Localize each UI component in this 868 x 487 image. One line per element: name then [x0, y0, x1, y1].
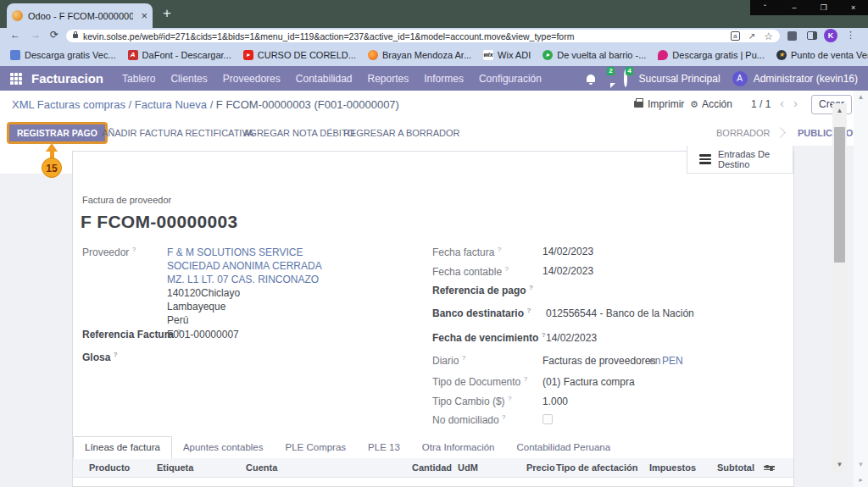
tipo-cambio-value[interactable]: 1.000 — [542, 396, 568, 407]
window-maximize-icon[interactable]: ❐ — [810, 0, 839, 15]
breadcrumb-xml-facturas[interactable]: XML Facturas compras — [12, 98, 125, 111]
scroll-up-icon[interactable]: ▲ — [832, 107, 847, 114]
journal-entries-icon — [699, 152, 711, 166]
new-tab-button[interactable]: + — [163, 6, 171, 20]
company-switcher[interactable]: Sucursal Principal — [639, 73, 721, 85]
document-type-label: Factura de proveedor — [82, 195, 171, 205]
col-producto[interactable]: Producto — [89, 462, 130, 473]
col-impuestos[interactable]: Impuestos — [649, 462, 696, 473]
col-cuenta[interactable]: Cuenta — [246, 462, 277, 473]
window-menu-icon[interactable]: ˇ — [750, 0, 780, 15]
add-credit-note-button[interactable]: AÑADIR FACTURA RECTIFICATIVA — [102, 128, 253, 138]
destination-entries-button[interactable]: Entradas De Destino — [687, 146, 793, 174]
gear-icon: ⚙ — [690, 99, 698, 110]
address-bar[interactable]: kevin.solse.pe/web#id=271&cids=1&bids=1&… — [66, 30, 780, 42]
bookmarks-bar: Descarga gratis Vec... A DaFont - Descar… — [0, 44, 868, 66]
chrome-menu-icon[interactable]: ⋮ — [846, 30, 855, 41]
window-minimize-icon[interactable]: – — [780, 0, 810, 15]
reload-icon[interactable]: ⟳ — [50, 30, 58, 40]
user-avatar[interactable]: A — [732, 71, 748, 86]
scroll-right-icon[interactable]: ▸ — [854, 476, 868, 484]
tab-close-icon[interactable]: × — [141, 10, 147, 21]
partner-field[interactable]: F & M SOLUTIONS SERVICE SOCIEDAD ANONIMA… — [167, 246, 322, 327]
currency-link[interactable]: PEN — [662, 355, 683, 367]
back-to-draft-button[interactable]: REGRESAR A BORRADOR — [343, 128, 460, 138]
tab-otra-informacion[interactable]: Otra Información — [411, 437, 506, 458]
col-cantidad[interactable]: Cantidad — [412, 462, 452, 473]
tipo-documento-value[interactable]: (01) Factura compra — [542, 376, 635, 388]
diario-value[interactable]: Facturas de proveedores — [542, 355, 655, 367]
menu-proveedores[interactable]: Proveedores — [223, 73, 281, 85]
bookmark-item[interactable]: Descarga gratis | Pu... — [658, 50, 765, 60]
browser-tab[interactable]: Odoo - F FCOM-00000003 (F001 × — [7, 3, 153, 28]
tab-apuntes-contables[interactable]: Apuntes contables — [172, 437, 275, 458]
add-debit-note-button[interactable]: AGREGAR NOTA DÉBITO — [243, 128, 354, 138]
col-etiqueta[interactable]: Etiqueta — [157, 462, 193, 473]
fecha-vencimiento-value[interactable]: 14/02/2023 — [546, 332, 597, 344]
pager-next-icon[interactable]: › — [793, 97, 798, 109]
tab-ple-13[interactable]: PLE 13 — [357, 437, 411, 458]
chrome-profile-avatar[interactable]: K — [824, 29, 837, 42]
breadcrumb-factura-nueva[interactable]: Factura Nueva — [135, 98, 207, 111]
forward-icon[interactable]: → — [31, 30, 41, 40]
fecha-factura-label: Fecha factura ? — [432, 246, 501, 258]
screen: Odoo - F FCOM-00000003 (F001 × + ˇ – ❐ ×… — [0, 0, 868, 487]
register-payment-button[interactable]: REGISTRAR PAGO — [9, 125, 105, 141]
bookmark-item[interactable]: Brayan Mendoza Ar... — [368, 50, 471, 60]
tipo-documento-label: Tipo de Documento ? — [432, 375, 527, 388]
bookmark-item[interactable]: ▸ CURSO DE CORELD... — [243, 50, 356, 60]
menu-tablero[interactable]: Tablero — [122, 73, 155, 85]
bookmark-item[interactable]: wix Wix ADI — [483, 50, 531, 60]
pager-prev-icon[interactable]: ‹ — [780, 97, 784, 109]
lock-icon — [73, 34, 78, 38]
notifications-bell-icon[interactable] — [587, 75, 595, 82]
state-borrador[interactable]: BORRADOR — [716, 128, 771, 138]
bookmark-item[interactable]: A DaFont - Descargar... — [128, 50, 231, 60]
optional-columns-icon[interactable] — [764, 464, 775, 472]
fecha-factura-value[interactable]: 14/02/2023 — [542, 246, 593, 257]
col-tipo-afectacion[interactable]: Tipo de afectación — [556, 462, 637, 473]
activities-button[interactable]: 4 — [624, 71, 639, 86]
app-name[interactable]: Facturacion — [31, 71, 103, 86]
tab-contabilidad-peruana[interactable]: Contabilidad Peruana — [505, 437, 621, 458]
share-icon[interactable]: ↗ — [748, 32, 755, 41]
referencia-factura-value[interactable]: F001-00000007 — [167, 329, 239, 340]
no-domiciliado-checkbox[interactable] — [542, 414, 553, 424]
col-precio[interactable]: Precio — [526, 462, 555, 473]
menu-contabilidad[interactable]: Contabilidad — [296, 73, 353, 85]
user-menu[interactable]: Administrator (kevin16) — [754, 73, 858, 85]
print-button[interactable]: Imprimir — [634, 98, 684, 110]
scrollbar-thumb[interactable] — [834, 127, 845, 263]
menu-configuracion[interactable]: Configuración — [479, 73, 542, 85]
banco-destinatario-label: Banco destinatario ? — [432, 307, 531, 319]
firefox-icon — [368, 50, 378, 60]
extensions-icon[interactable] — [787, 31, 797, 41]
back-icon[interactable]: ← — [10, 30, 20, 40]
scroll-up-icon[interactable]: ▲ — [854, 93, 868, 101]
bookmark-item[interactable]: Descarga gratis Vec... — [10, 50, 116, 60]
menu-reportes[interactable]: Reportes — [368, 73, 409, 85]
bookmark-item[interactable]: ▸ De vuelta al barrio -... — [542, 50, 646, 60]
tab-lineas-factura[interactable]: Líneas de factura — [73, 436, 172, 459]
menu-clientes[interactable]: Clientes — [170, 73, 207, 85]
browser-scrollbar[interactable]: ▲ ▼ ▸ — [854, 91, 868, 487]
col-subtotal[interactable]: Subtotal — [717, 462, 754, 473]
messages-button[interactable]: 2 — [609, 71, 624, 86]
tab-ple-compras[interactable]: PLE Compras — [275, 437, 358, 458]
fecha-contable-value[interactable]: 14/02/2023 — [542, 265, 593, 277]
activities-badge: 4 — [626, 67, 632, 75]
url-text[interactable]: kevin.solse.pe/web#id=271&cids=1&bids=1&… — [83, 31, 722, 42]
menu-informes[interactable]: Informes — [424, 73, 464, 85]
apps-grid-icon[interactable] — [10, 73, 22, 85]
scroll-down-icon[interactable]: ▼ — [832, 461, 847, 468]
translate-icon[interactable]: a — [731, 31, 740, 41]
window-close-icon[interactable]: × — [838, 0, 868, 15]
col-udm[interactable]: UdM — [458, 462, 478, 473]
bookmark-item[interactable]: ★ Punto de venta Ven... — [776, 50, 868, 60]
scroll-down-icon[interactable]: ▼ — [854, 461, 868, 468]
bookmark-star-icon[interactable]: ☆ — [764, 31, 773, 42]
side-panel-icon[interactable] — [807, 31, 817, 40]
diario-label: Diario ? — [432, 354, 465, 367]
banco-destinatario-value[interactable]: 012556544 - Banco de la Nación — [546, 307, 694, 319]
action-button[interactable]: ⚙ Acción — [690, 98, 732, 110]
